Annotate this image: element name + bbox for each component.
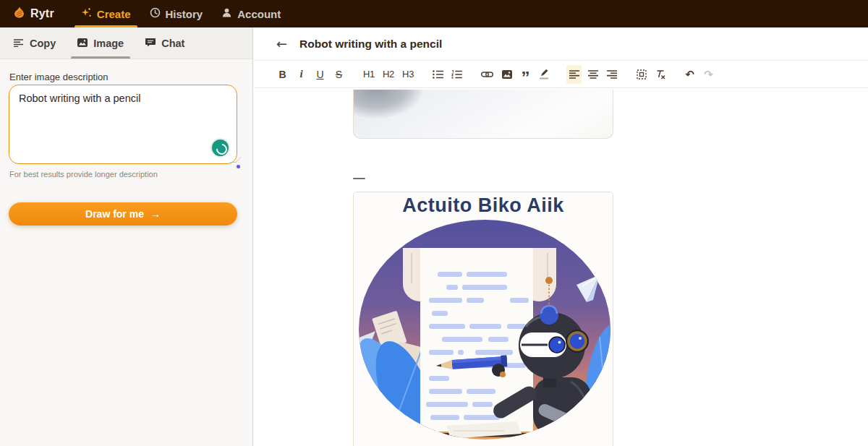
sidebar: Copy Image Chat Enter image descriptio [0, 27, 253, 446]
strikethrough-button[interactable]: S [331, 65, 346, 84]
highlight-button[interactable] [537, 65, 552, 84]
blockquote-button[interactable]: ” [518, 65, 533, 84]
chat-bubble-icon [145, 38, 156, 49]
align-right-button[interactable] [604, 65, 619, 84]
generated-image-card[interactable]: Actuito Biko Aiik [353, 192, 613, 446]
tab-chat[interactable]: Chat [135, 27, 195, 59]
insert-image-button[interactable] [499, 65, 514, 84]
clear-format-button[interactable] [652, 65, 668, 84]
format-toolbar: B i U S H1 H2 H3 [254, 61, 868, 88]
main-panel: ← Robot writing with a pencil B i U S H1… [254, 27, 868, 446]
top-navigation: Rytr Create History Account [0, 0, 868, 27]
sidebar-tabbar: Copy Image Chat [0, 27, 252, 59]
back-arrow-icon[interactable]: ← [276, 38, 287, 51]
resize-dot [237, 165, 240, 168]
tab-copy[interactable]: Copy [3, 27, 67, 59]
rytr-flame-icon [13, 7, 25, 22]
tab-label: Copy [30, 38, 56, 49]
undo-button[interactable]: ↶ [682, 65, 697, 84]
tab-label: Chat [161, 38, 184, 49]
grammarly-icon[interactable] [210, 138, 230, 158]
italic-button[interactable]: i [294, 65, 309, 84]
tab-image[interactable]: Image [67, 27, 135, 59]
sparkles-icon [81, 7, 92, 20]
document-content: Actuito Biko Aiik [254, 89, 868, 446]
nav-item-account[interactable]: Account [212, 0, 290, 27]
document-header: ← Robot writing with a pencil [254, 27, 868, 61]
nav-item-label: Account [237, 8, 281, 20]
align-left-button[interactable] [566, 65, 582, 84]
description-box: Robot writing with a pencil [9, 85, 237, 164]
account-person-icon [221, 7, 232, 20]
previous-image-fragment [353, 90, 423, 119]
nav-item-label: Create [97, 8, 131, 20]
brand-logo[interactable]: Rytr [13, 0, 54, 27]
underline-button[interactable]: U [312, 65, 328, 84]
image-icon [77, 38, 88, 49]
ai-image-title-text: Actuito Biko Aiik [402, 194, 564, 216]
brand-label: Rytr [30, 7, 54, 20]
align-center-button[interactable] [585, 65, 600, 84]
nav-item-history[interactable]: History [140, 0, 213, 27]
previous-generated-image[interactable] [353, 90, 613, 139]
history-clock-icon [150, 7, 161, 20]
tab-label: Image [93, 38, 124, 49]
divider-dash [353, 178, 365, 179]
heading1-button[interactable]: H1 [361, 65, 377, 84]
arrow-right-icon: → [150, 208, 161, 220]
description-label: Enter image description [9, 72, 109, 82]
draw-for-me-button[interactable]: Draw for me → [9, 202, 237, 226]
draw-button-label: Draw for me [85, 208, 144, 220]
document-title: Robot writing with a pencil [299, 38, 442, 51]
image-description-input[interactable]: Robot writing with a pencil [9, 85, 237, 164]
copy-lines-icon [14, 38, 24, 49]
bullet-list-button[interactable] [430, 65, 446, 84]
nav-item-create[interactable]: Create [72, 0, 140, 27]
description-hint: For best results provide longer descript… [9, 170, 158, 179]
generated-image-illustration: Actuito Biko Aiik [354, 192, 613, 446]
bold-button[interactable]: B [275, 65, 290, 84]
redo-button[interactable]: ↷ [701, 65, 716, 84]
nav-item-label: History [166, 8, 203, 20]
link-button[interactable] [479, 65, 495, 84]
numbered-list-button[interactable] [449, 65, 464, 84]
heading2-button[interactable]: H2 [380, 65, 396, 84]
select-all-button[interactable] [634, 65, 649, 84]
heading3-button[interactable]: H3 [400, 65, 416, 84]
